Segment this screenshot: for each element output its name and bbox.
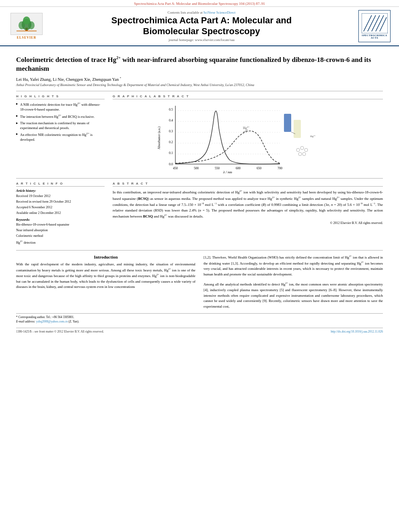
footnote-email: E-mail address: yzhq2008@yahoo.com.cn (Z…	[16, 320, 383, 324]
svg-text:650: 650	[257, 166, 261, 170]
top-bar: Spectrochimica Acta Part A: Molecular an…	[0, 0, 399, 7]
elsevier-logo-box	[10, 13, 43, 35]
keyword-1: Bis-dibenzo-18-crown-6-based squaraine	[16, 222, 105, 227]
article-info-section: A R T I C L E I N F O Article history: R…	[16, 182, 105, 246]
svg-text:700: 700	[278, 166, 282, 170]
svg-text:0.1: 0.1	[169, 151, 173, 155]
sciverse-link: Contents lists available at SciVerse Sci…	[51, 10, 352, 14]
svg-point-38	[300, 146, 304, 150]
svg-text:500: 500	[194, 166, 199, 170]
svg-point-4	[23, 16, 30, 25]
svg-text:0.2: 0.2	[169, 140, 173, 144]
svg-text:600: 600	[236, 166, 241, 170]
logo-right-line2: ACTA	[371, 37, 378, 39]
elsevier-tree-svg	[14, 16, 39, 32]
journal-homepage: journal homepage: www.elsevier.com/locat…	[51, 38, 352, 42]
abstract-text: In this contribution, an improved near-i…	[113, 189, 383, 220]
elsevier-logo: ELSEVIER	[6, 13, 47, 39]
divider-2	[16, 178, 383, 179]
svg-rect-35	[284, 114, 291, 132]
keyword-4: Hg2+ detection	[16, 239, 105, 245]
article-history-label: Article history:	[16, 189, 105, 193]
body-section: Introduction With the rapid development …	[16, 255, 383, 309]
svg-text:Hg2+: Hg2+	[310, 135, 316, 138]
svg-rect-36	[294, 120, 301, 138]
journal-reference: Spectrochimica Acta Part A: Molecular an…	[134, 2, 265, 6]
svg-point-39	[304, 148, 308, 152]
svg-text:Hg2+: Hg2+	[243, 126, 250, 130]
article-title: Colorimetric detection of trace Hg2+ wit…	[16, 55, 383, 73]
intro-text-col1: With the rapid development of the modern…	[16, 262, 195, 290]
revised-date: Received in revised form 29 October 2012	[16, 199, 105, 204]
svg-point-41	[298, 152, 302, 156]
svg-text:0.4: 0.4	[169, 119, 173, 122]
copyright: © 2012 Elsevier B.V. All rights reserved…	[113, 221, 383, 225]
keyword-3: Colorimetric method	[16, 234, 105, 238]
highlights-graphical-row: H I G H L I G H T S A NIR colorimetric d…	[16, 94, 383, 174]
article-info-title: A R T I C L E I N F O	[16, 182, 105, 187]
received-date: Received 19 October 2012	[16, 194, 105, 199]
journal-title: Spectrochimica Acta Part A: Molecular an…	[51, 15, 352, 37]
footnote-area: * Corresponding author. Tel.: +86 564 33…	[16, 313, 383, 324]
svg-text:0.3: 0.3	[169, 129, 173, 133]
journal-header: ELSEVIER Contents lists available at Sci…	[0, 7, 399, 46]
svg-text:Absorbance (a.u.): Absorbance (a.u.)	[157, 126, 161, 149]
body-col-2: [1,2]. Therefore, World Health Organizat…	[204, 255, 383, 309]
authors: Lei Hu, Yafei Zhang, Li Nie, Chenggen Xi…	[16, 76, 383, 82]
keywords: Bis-dibenzo-18-crown-6-based squaraine N…	[16, 222, 105, 245]
svg-line-34	[243, 130, 248, 132]
highlight-item: An effective NIR colorimetric recognitio…	[16, 132, 105, 142]
highlights-title: H I G H L I G H T S	[16, 94, 105, 99]
svg-point-37	[296, 148, 300, 152]
svg-point-40	[302, 152, 306, 156]
footer-doi: http://dx.doi.org/10.1016/j.saa.2012.11.…	[331, 330, 383, 333]
highlight-item: The interaction between Hg2+ and BCSQ is…	[16, 114, 105, 119]
absorption-graph: 0.0 0.1 0.2 0.3 0.4 0.5 450 500	[113, 102, 383, 174]
abstract-title: A B S T R A C T	[113, 182, 383, 187]
introduction-title: Introduction	[16, 255, 195, 259]
highlights-list: A NIR colorimetric detection for trace H…	[16, 102, 105, 142]
highlight-item: A NIR colorimetric detection for trace H…	[16, 102, 105, 112]
body-col-1: Introduction With the rapid development …	[16, 255, 195, 309]
journal-header-center: Contents lists available at SciVerse Sci…	[47, 10, 356, 42]
footer-issn: 1386-1425/$ – see front matter © 2012 El…	[16, 330, 104, 333]
graphical-abstract-title: G R A P H I C A L A B S T R A C T	[113, 94, 383, 99]
graphical-abstract-section: G R A P H I C A L A B S T R A C T 0.0 0.…	[113, 94, 383, 174]
highlight-item: The reaction mechanism is confirmed by m…	[16, 121, 105, 131]
keywords-label: Keywords:	[16, 218, 105, 222]
accepted-date: Accepted 6 November 2012	[16, 205, 105, 210]
intro-text-col2-para1: [1,2]. Therefore, World Health Organizat…	[204, 255, 383, 277]
svg-text:550: 550	[215, 166, 220, 170]
divider-1	[16, 91, 383, 91]
graph-area: 0.0 0.1 0.2 0.3 0.4 0.5 450 500	[113, 102, 383, 174]
journal-header-right: SPECTROCHIMICA ACTA	[356, 10, 393, 42]
footer-bar: 1386-1425/$ – see front matter © 2012 El…	[16, 328, 383, 333]
elsevier-label: ELSEVIER	[17, 36, 36, 39]
main-content: Colorimetric detection of trace Hg2+ wit…	[0, 46, 399, 337]
svg-text:450: 450	[173, 166, 178, 170]
article-info-abstract-row: A R T I C L E I N F O Article history: R…	[16, 182, 383, 246]
journal-logo-right: SPECTROCHIMICA ACTA	[358, 10, 391, 42]
footnote-corresponding: * Corresponding author. Tel.: +86 564 33…	[16, 315, 383, 320]
divider-3	[16, 250, 383, 251]
svg-text:0.5: 0.5	[169, 108, 173, 111]
intro-text-col2-para2: Among all the analytical methods identif…	[204, 281, 383, 309]
abstract-section: A B S T R A C T In this contribution, an…	[113, 182, 383, 246]
journal-logo-svg	[362, 13, 388, 33]
elsevier-logo-area: ELSEVIER	[6, 13, 47, 39]
keyword-2: Near infrared absorption	[16, 228, 105, 233]
svg-text:0.0: 0.0	[169, 162, 173, 166]
available-date: Available online 2 December 2012	[16, 211, 105, 216]
svg-text:λ / nm: λ / nm	[223, 170, 232, 174]
affiliation: Anhui Provincial Laboratory of Biomimeti…	[16, 83, 383, 87]
highlights-section: H I G H L I G H T S A NIR colorimetric d…	[16, 94, 105, 174]
